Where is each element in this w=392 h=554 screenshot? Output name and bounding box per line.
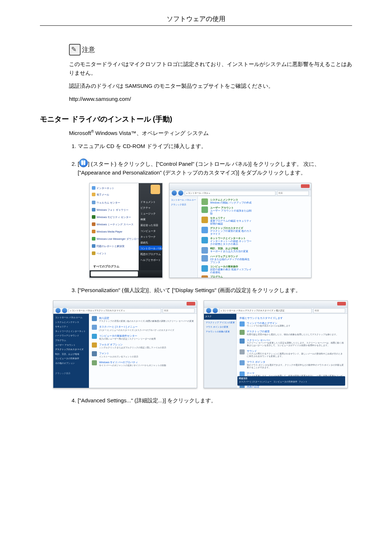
close-icon[interactable] [187,302,195,305]
cp-cat-sub: CD または他のメディアの自動再生 プリンタ [210,258,252,264]
wp2-item-colors[interactable]: ウィンドウの色とデザインウィンドウの色や表示スタイルを調整します [240,321,344,327]
sm-item-mobility[interactable]: Windows モビリティ センター [92,215,131,219]
wp-item-personalization[interactable]: 個人設定デスクトップの背景の変更 | 色のカスタマイズ | 画面の解像度の調整 … [92,316,194,323]
wp-side-item[interactable]: システムとメンテナンス [55,321,87,324]
wp2-foot-link[interactable]: コンピュータの簡単操作 [273,381,297,383]
cp-side-classic[interactable]: クラシック表示 [171,203,196,207]
sm-item-label: Windows Live Messenger ダウンロード [97,238,142,240]
cp-cat-programs[interactable]: プログラムプログラムのアンインストール スタートアップ プログラムの変更 [201,275,252,278]
wp-search[interactable]: 検索 [163,308,195,313]
cp-cat-ease[interactable]: コンピュータの簡単操作設定の提案の表示 視覚ディスプレイの最適化 [201,265,252,274]
sm-item-wmp[interactable]: Windows Media Player [92,230,122,234]
wp2-item-mouse[interactable]: マウス ポインタ別のマウス ポインタを選択できます。クリックや選択中などの動作中… [240,360,344,369]
wp2-side-item[interactable]: アカウントの画像の変更 [206,330,234,334]
wp-item-fonts[interactable]: フォントインストールされているフォントの表示 [92,351,194,358]
back-button[interactable] [172,190,177,196]
wp2-foot-link[interactable]: フォント [299,381,307,383]
cp-cat-hardware[interactable]: ハードウェアとサウンドCD または他のメディアの自動再生 プリンタ [201,255,252,264]
wp-side-classic[interactable]: クラシック表示 [55,372,87,376]
wp-side-item[interactable]: ユーザー アカウント [55,344,87,347]
step-3-text: ["Personalization" (個人設定)]、続いて ["Display… [78,287,301,293]
wp-item-sidebar[interactable]: Windows サイドバーのプロパティサイドバーへのガジェットの追加 | サイド… [92,360,194,367]
wp-side-item[interactable]: 時計、言語、および地域 [55,353,87,356]
sm-r-default[interactable]: 既定のプログラム [140,252,161,256]
close-icon[interactable] [337,302,346,305]
wp2-item-title: デスクトップの背景 [247,330,338,333]
sm-r-comp[interactable]: コンピュータ [140,229,156,233]
cp-cat-sub: Windows の開始 バックアップの作成 [210,201,252,204]
wp2-search[interactable]: 検索 [313,308,345,313]
sm-r-recent[interactable]: 最近使った項目 [140,223,158,227]
cp-side-home[interactable]: コントロール パネル ホーム [171,198,196,202]
sm-item-email[interactable]: 電子メール [92,193,109,197]
sm-r-docs[interactable]: ドキュメント [140,200,156,204]
wp2-path[interactable]: « コントロール パネル » デスクトップのカスタマイズ » 個人設定 [219,308,312,313]
sm-r-net[interactable]: ネットワーク [140,235,156,239]
wp-item-desc: [スタート] メニューのカスタマイズ | タスクバーのプロパティのカスタマイズ [99,329,174,332]
wp-address-bar: « コントロール パネル » デスクトップのカスタマイズ » 検索 [53,308,197,314]
wp-side-item[interactable]: コントロール パネル ホーム [55,316,87,320]
sm-item-photo[interactable]: Windows フォト ギャラリー [92,208,128,212]
note-heading: 注意 [69,44,352,56]
back-button[interactable] [206,308,211,313]
sm-item-meeting[interactable]: Windows ミーティング スペース [92,222,134,226]
wp-side-item[interactable]: その他のオプション [55,362,87,365]
forward-button[interactable] [62,308,67,313]
wp-item-desc: インストールされているフォントの表示 [99,356,138,358]
close-icon[interactable] [301,184,310,188]
sm-r-help[interactable]: ヘルプとサポート [140,258,161,262]
sm-item-welcome[interactable]: ウェルカム センター [92,201,120,205]
back-button[interactable] [56,308,61,313]
cp-search[interactable]: 検索 [277,191,309,196]
wp-path[interactable]: « コントロール パネル » デスクトップのカスタマイズ » [69,308,161,313]
wp-side-item[interactable]: コンピュータの簡単操作 [55,357,87,361]
wp-item-folder[interactable]: フォルダ オプションシングルクリックまたはダブルクリックの指定 | 隠しファイル… [92,342,194,349]
forward-button[interactable] [178,190,183,196]
wp-item-taskbar[interactable]: タスクバーと [スタート] メニュー[スタート] メニューのカスタマイズ | タ… [92,325,194,331]
cp-cat-appearance[interactable]: デスクトップのカスタマイズデスクトップの背景の変更 色のカスタマイズ [201,227,252,235]
forward-button[interactable] [213,308,218,313]
cp-cat-clock[interactable]: 時計、言語、および地域キーボードまたは入力方法の変更 [201,247,252,254]
cp-cat-user[interactable]: ユーザー アカウントユーザー アカウントの追加または削除 [201,206,252,215]
cp-cat-security[interactable]: セキュリティ更新プログラムの確認 セキュリティ状態の確認 [201,217,252,225]
sm-item-label: Windows ミーティング スペース [97,223,134,226]
sm-all-programs[interactable]: すべてのプログラム [93,264,119,269]
system-icon [201,198,208,205]
wp-side-item[interactable]: ネットワークとインターネット [55,330,87,333]
sm-r-conn[interactable]: 接続先 [140,241,148,245]
ie-icon [92,186,95,190]
welcome-icon [92,201,95,204]
wp2-item-title: サウンド [247,349,344,353]
control-panel-window: « コントロール パネル » 検索 コントロール パネル ホーム クラシック表示… [170,183,311,278]
sm-item-report[interactable]: 問題のレポートと解決策 [92,244,124,248]
wp-titlebar [53,301,197,308]
wp2-side-item[interactable]: デスクトップ アイコンの変更 [206,321,234,325]
sm-item-internet[interactable]: インターネット [92,186,114,190]
wp-side-item[interactable]: ハードウェアとサウンド [55,334,87,338]
wp-side-item-active[interactable]: デスクトップのカスタマイズ [55,348,87,352]
cp-cat-system[interactable]: システムとメンテナンスWindows の開始 バックアップの作成 [201,198,252,205]
wp2-foot-link[interactable]: タスクバーと [スタート] メニュー [239,381,271,383]
sm-item-paint[interactable]: ペイント [92,251,107,255]
wp2-item-sound[interactable]: サウンドシステムの実行するアクションに適用されるサウンド、新しいメールの受信時や… [240,349,344,358]
cp-cat-sub: キーボードまたは入力方法の変更 [210,250,248,253]
sm-r-music[interactable]: ミュージック [140,212,156,216]
cp-cat-network[interactable]: ネットワークとインターネットインターネットへの接続 ネットワークの状態とタスクの… [201,237,252,246]
start-menu-search[interactable] [90,270,162,278]
sm-r-cp[interactable]: コントロール パネル [140,246,163,250]
wp2-item-screensaver[interactable]: スクリーン セーバースクリーン セーバーを変更したり設定を調整したりします。スク… [240,338,344,347]
wp2-address-bar: « コントロール パネル » デスクトップのカスタマイズ » 個人設定 検索 [204,308,347,314]
sm-r-pics[interactable]: ピクチャ [140,206,151,210]
wp2-item-desc: ウィンドウの色や表示スタイルを調整します [247,325,290,327]
step-3-screenshots: « コントロール パネル » デスクトップのカスタマイズ » 検索 コントロール… [49,300,352,388]
wp2-item-background[interactable]: デスクトップの背景利用可能な背景や色から選択したり、独自の画像を使用したりしてデ… [240,330,344,336]
wp2-side-item[interactable]: マウス ポインタの変更 [206,325,234,329]
wp-side-item[interactable]: プログラム [55,339,87,342]
cp-path[interactable]: « コントロール パネル » [185,191,275,196]
step-2-text: ] (スタート) をクリックし、["Control Panel" (コントロール… [78,161,320,176]
wp-item-ease[interactable]: コンピュータの簡単操作センター視力の弱いユーザー用の設定 | スクリーン リーダ… [92,334,194,340]
step-2: [] (スタート) をクリックし、["Control Panel" (コントロー… [78,159,352,278]
wp-side-item[interactable]: セキュリティ [55,325,87,329]
sm-item-msgr[interactable]: Windows Live Messenger ダウンロード [92,237,142,241]
sm-r-search[interactable]: 検索 [140,217,146,221]
